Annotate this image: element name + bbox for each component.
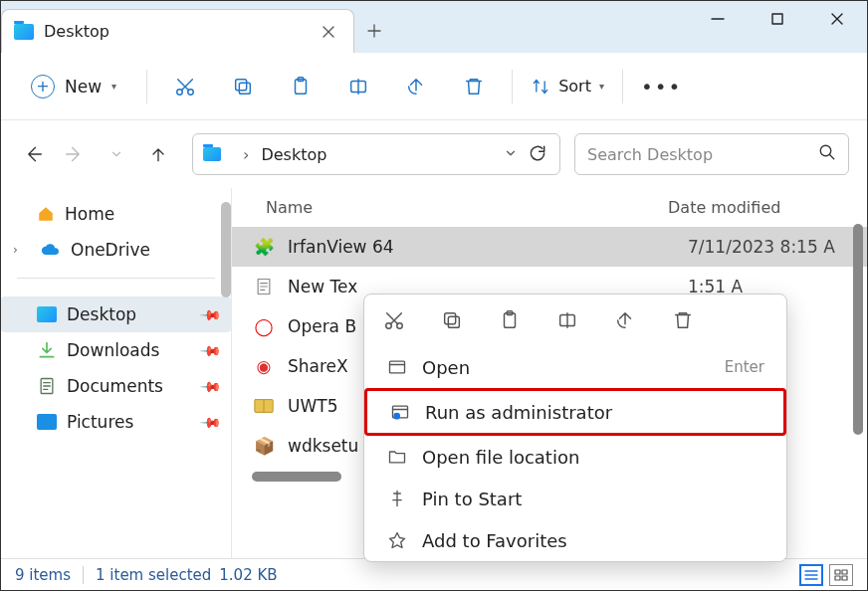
file-name: IrfanView 64 (288, 237, 688, 257)
svg-rect-23 (842, 570, 847, 574)
close-tab-icon[interactable] (320, 23, 337, 41)
separator (146, 70, 147, 103)
svg-rect-0 (772, 14, 782, 24)
sidebar-item-onedrive[interactable]: › OneDrive (1, 232, 231, 268)
sidebar-item-home[interactable]: Home (1, 196, 231, 232)
text-file-icon (252, 275, 276, 298)
svg-rect-25 (842, 576, 847, 580)
thumbnails-view-button[interactable] (829, 564, 853, 586)
navigation-pane: Home › OneDrive Desktop 📌 Downloads 📌 (1, 188, 232, 560)
context-item-label: Run as administrator (425, 402, 761, 423)
plus-icon: + (31, 75, 55, 98)
sidebar-scrollbar[interactable] (221, 202, 231, 297)
star-icon (386, 529, 408, 551)
history-dropdown[interactable] (504, 145, 518, 164)
separator (17, 278, 215, 279)
maximize-button[interactable] (748, 1, 807, 53)
search-field[interactable]: Search Desktop (574, 133, 849, 175)
svg-rect-22 (835, 570, 840, 574)
pin-icon: 📌 (199, 302, 222, 325)
view-mode-buttons (799, 564, 853, 586)
share-button[interactable] (613, 308, 637, 332)
delete-button[interactable] (671, 308, 695, 332)
recent-button[interactable] (103, 140, 130, 168)
sidebar-item-desktop[interactable]: Desktop 📌 (1, 296, 231, 332)
app-icon: ◉ (252, 354, 276, 378)
selection-size: 1.02 KB (219, 566, 277, 584)
column-date[interactable]: Date modified (668, 198, 843, 217)
file-date: 7/11/2023 8:15 A (688, 237, 843, 257)
up-button[interactable] (144, 140, 172, 168)
titlebar: Desktop (1, 1, 867, 53)
search-placeholder: Search Desktop (587, 145, 713, 164)
context-item-pin-start[interactable]: Pin to Start (364, 478, 786, 519)
address-bar-row: › Desktop Search Desktop (1, 120, 867, 188)
copy-button[interactable] (223, 67, 263, 106)
vertical-scrollbar[interactable] (853, 224, 863, 435)
cut-button[interactable] (165, 67, 205, 106)
context-item-label: Open (422, 357, 711, 378)
more-button[interactable]: ••• (641, 75, 682, 98)
window-controls (688, 1, 867, 53)
minimize-button[interactable] (688, 1, 748, 53)
desktop-icon (203, 147, 221, 161)
sort-button[interactable]: Sort ▾ (531, 77, 604, 97)
status-bar: 9 items 1 item selected 1.02 KB (1, 558, 867, 590)
rename-button[interactable] (338, 67, 378, 106)
sidebar-item-pictures[interactable]: Pictures 📌 (1, 404, 231, 440)
new-button[interactable]: + New ▾ (19, 69, 128, 104)
breadcrumb-location[interactable]: Desktop (261, 145, 326, 164)
share-button[interactable] (396, 67, 436, 106)
new-button-label: New (65, 77, 102, 97)
sidebar-item-downloads[interactable]: Downloads 📌 (1, 332, 231, 368)
close-button[interactable] (807, 1, 867, 53)
forward-button[interactable] (61, 140, 89, 168)
open-icon (386, 356, 408, 378)
rename-button[interactable] (555, 308, 579, 332)
svg-rect-24 (835, 576, 840, 580)
window-tab[interactable]: Desktop (1, 9, 354, 53)
svg-rect-3 (239, 83, 250, 94)
sidebar-item-documents[interactable]: Documents 📌 (1, 368, 231, 404)
context-item-open-location[interactable]: Open file location (364, 436, 786, 478)
chevron-down-icon: ▾ (111, 81, 116, 92)
back-button[interactable] (19, 140, 47, 168)
horizontal-scrollbar[interactable] (252, 472, 341, 482)
context-menu-toolbar (364, 295, 786, 346)
app-icon: ◯ (252, 314, 276, 338)
chevron-right-icon[interactable]: › (13, 243, 31, 257)
details-view-button[interactable] (799, 564, 823, 586)
sidebar-label: Home (65, 204, 114, 224)
address-bar[interactable]: › Desktop (192, 133, 560, 175)
refresh-button[interactable] (528, 143, 549, 165)
chevron-right-icon: › (243, 145, 249, 164)
pin-icon: 📌 (199, 338, 222, 361)
svg-point-21 (393, 413, 400, 420)
desktop-icon (37, 306, 57, 322)
new-tab-button[interactable] (354, 9, 394, 53)
context-menu: Open Enter Run as administrator Open fil… (363, 294, 787, 562)
cut-button[interactable] (382, 308, 406, 332)
chevron-down-icon: ▾ (599, 81, 604, 92)
app-icon: 🧩 (252, 235, 276, 259)
context-item-open[interactable]: Open Enter (364, 346, 786, 388)
delete-button[interactable] (454, 67, 494, 106)
paste-button[interactable] (498, 308, 522, 332)
accelerator: Enter (725, 358, 764, 376)
svg-rect-4 (236, 79, 247, 90)
pictures-icon (37, 414, 57, 430)
sidebar-label: Desktop (67, 304, 136, 324)
context-item-add-favorites[interactable]: Add to Favorites (364, 519, 786, 561)
pin-icon: 📌 (199, 374, 222, 397)
archive-icon (252, 394, 276, 418)
file-row[interactable]: 🧩 IrfanView 64 7/11/2023 8:15 A (232, 227, 867, 267)
svg-rect-15 (445, 313, 456, 324)
sidebar-label: Downloads (67, 340, 159, 360)
column-name[interactable]: Name (266, 198, 668, 217)
sidebar-label: OneDrive (71, 240, 150, 260)
copy-button[interactable] (440, 308, 464, 332)
sidebar-label: Documents (67, 376, 163, 396)
context-item-run-admin[interactable]: Run as administrator (364, 388, 786, 436)
svg-rect-19 (390, 361, 405, 373)
paste-button[interactable] (281, 67, 321, 106)
